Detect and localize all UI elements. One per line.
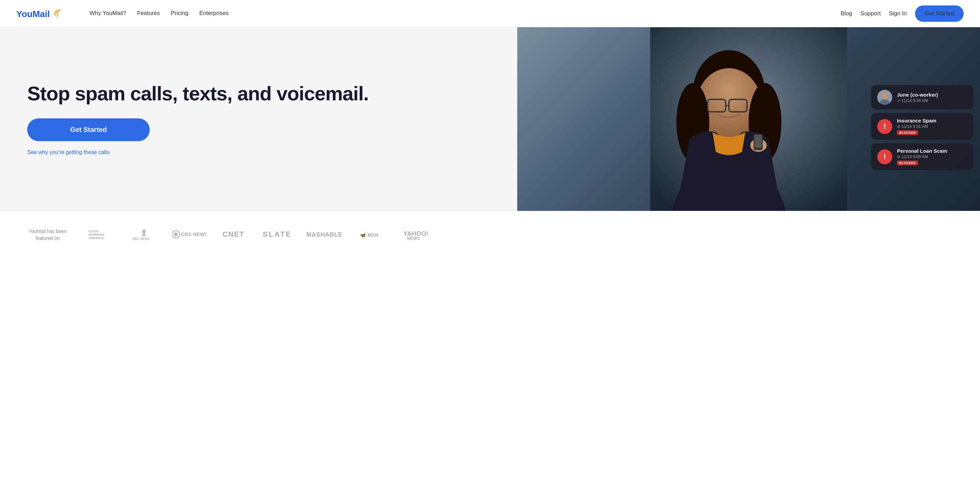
svg-text:news: news [407,236,420,240]
featured-logo-cbs: CBS NEWS [172,229,206,240]
hero-left: Stop spam calls, texts, and voicemail. G… [0,27,517,211]
logo-link[interactable]: YouMail [16,8,61,20]
call-cards-overlay: June (co-worker) ↗ 11/14 9:34 AM ! Insur… [871,85,973,170]
call-card-meta-june: ↗ 11/14 9:34 AM [897,98,967,103]
main-nav: YouMail Why YouMail? Features Pricing En… [0,0,980,27]
call-card-meta-insurance-spam: ⊘ 11/14 9:31 AM [897,124,967,129]
featured-logo-mashable: Mashable [306,229,344,241]
featured-logo-nbc: NBC NEWS [132,227,156,242]
hero-title: Stop spam calls, texts, and voicemail. [27,83,490,105]
call-card-name-personal-loan-scam: Personal Loan Scam [897,148,967,154]
call-card-info-insurance-spam: Insurance Spam ⊘ 11/14 9:31 AM BLOCKED [897,118,967,135]
call-card-name-june: June (co-worker) [897,92,967,98]
nav-right: Blog Support Sign In Get Started [841,5,964,22]
nav-link-blog[interactable]: Blog [841,10,853,17]
nav-link-sign-in[interactable]: Sign In [889,10,907,17]
spam-icon-2: ! [883,152,886,161]
hero-get-started-button[interactable]: Get Started [27,118,150,141]
june-avatar-icon [877,90,892,105]
svg-text:GOOD: GOOD [89,230,99,233]
slate-logo-svg: SLATE [263,229,290,239]
nav-link-enterprises[interactable]: Enterprises [199,10,229,17]
featured-logo-yahoo: yahoo! news [404,228,434,241]
call-card-personal-loan-scam: ! Personal Loan Scam ⊘ 11/14 9:09 AM BLO… [871,143,973,170]
svg-text:MORNING: MORNING [89,233,105,236]
svg-text:CBS NEWS: CBS NEWS [181,232,206,237]
featured-logo-slate: SLATE [263,229,290,241]
featured-logo-cnet: CNET [223,229,247,241]
svg-text:NBC NEWS: NBC NEWS [132,237,150,240]
gma-logo-svg: GOOD MORNING AMERICA [89,227,116,241]
svg-text:SLATE: SLATE [263,230,290,238]
call-card-insurance-spam: ! Insurance Spam ⊘ 11/14 9:31 AM BLOCKED [871,113,973,140]
msn-logo-svg: 🦋 msn [360,229,387,240]
nav-link-pricing[interactable]: Pricing [171,10,189,17]
featured-label: YouMail has been featured on [27,228,68,241]
hero-sublink[interactable]: See why you're getting these calls [27,149,490,156]
nav-link-features[interactable]: Features [137,10,160,17]
nav-links: Why YouMail? Features Pricing Enterprise… [73,0,245,27]
call-card-info-personal-loan-scam: Personal Loan Scam ⊘ 11/14 9:09 AM BLOCK… [897,148,967,165]
youmail-logo-svg: YouMail [16,8,61,20]
svg-text:YouMail: YouMail [16,8,50,19]
call-card-meta-personal-loan-scam: ⊘ 11/14 9:09 AM [897,154,967,159]
blocked-badge-personal-loan-scam: BLOCKED [897,160,918,165]
nbc-logo-svg: NBC NEWS [132,227,156,241]
svg-point-16 [882,92,888,99]
featured-logos: GOOD MORNING AMERICA NBC NEWS [89,227,434,242]
call-card-avatar-spam-2: ! [877,149,892,164]
nav-get-started-button[interactable]: Get Started [915,5,964,22]
call-card-avatar-spam-1: ! [877,119,892,134]
spam-icon-1: ! [883,122,886,131]
hero-right: June (co-worker) ↗ 11/14 9:34 AM ! Insur… [517,27,980,211]
cbs-logo-svg: CBS NEWS [172,229,206,240]
call-card-name-insurance-spam: Insurance Spam [897,118,967,124]
nav-link-why-youmail[interactable]: Why YouMail? [89,10,126,17]
call-card-avatar-june [877,90,892,105]
nav-link-support[interactable]: Support [861,10,881,17]
call-card-june: June (co-worker) ↗ 11/14 9:34 AM [871,85,973,109]
yahoo-logo-svg: yahoo! news [404,228,434,240]
nav-left: YouMail Why YouMail? Features Pricing En… [16,0,245,27]
svg-point-26 [143,233,145,236]
featured-logo-msn: 🦋 msn [360,229,387,240]
svg-text:Mashable: Mashable [306,231,342,238]
blocked-badge-insurance-spam: BLOCKED [897,130,918,135]
svg-text:🦋 msn: 🦋 msn [360,232,379,238]
svg-point-29 [174,233,178,236]
hero-section: Stop spam calls, texts, and voicemail. G… [0,27,980,211]
cnet-logo-svg: CNET [223,229,247,239]
svg-text:CNET: CNET [223,230,244,238]
mashable-logo-svg: Mashable [306,229,344,240]
call-card-info-june: June (co-worker) ↗ 11/14 9:34 AM [897,92,967,103]
featured-section: YouMail has been featured on GOOD MORNIN… [0,211,980,259]
svg-text:AMERICA: AMERICA [89,236,104,240]
featured-logo-gma: GOOD MORNING AMERICA [89,227,116,242]
svg-rect-14 [754,135,762,148]
